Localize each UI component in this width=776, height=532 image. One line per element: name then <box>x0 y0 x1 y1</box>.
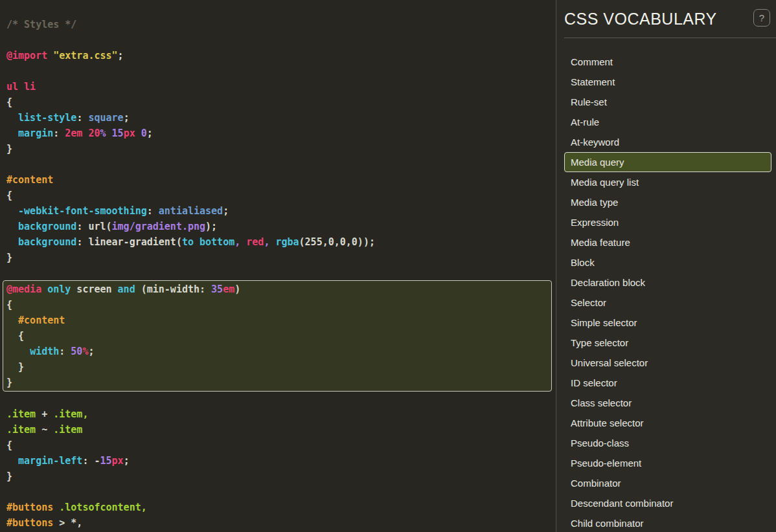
vocab-item-combinator[interactable]: Combinator <box>564 473 771 493</box>
code-token-cyan[interactable]: margin-left <box>18 455 82 467</box>
code-token-plain[interactable] <box>6 315 18 326</box>
code-token-orange[interactable]: #content <box>18 315 65 326</box>
vocab-item-media-type[interactable]: Media type <box>564 192 771 212</box>
code-token-plain[interactable]: ; <box>88 346 94 357</box>
code-token-green[interactable]: .item <box>53 408 82 420</box>
vocab-item-universal-selector[interactable]: Universal selector <box>564 353 771 373</box>
code-token-plain[interactable]: { <box>6 330 24 342</box>
code-token-pink[interactable]: @import <box>6 50 47 61</box>
code-token-pink[interactable]: red <box>246 236 264 248</box>
code-token-plain[interactable] <box>53 502 59 513</box>
code-token-yellow[interactable]: "extra.css" <box>53 50 117 61</box>
vocab-item-statement[interactable]: Statement <box>564 72 771 92</box>
code-token-pink[interactable]: 20 <box>88 127 100 139</box>
code-token-pink[interactable]: @media <box>6 283 41 295</box>
code-token-cyan[interactable]: to bottom <box>182 236 234 248</box>
code-token-cyan[interactable]: background <box>18 236 76 248</box>
code-token-plain[interactable]: : <box>76 112 88 124</box>
code-token-plain[interactable]: { <box>6 439 12 451</box>
code-token-orange[interactable]: #content <box>6 174 53 186</box>
code-token-pink[interactable]: px <box>124 127 135 139</box>
code-token-plain[interactable]: > *, <box>53 517 82 529</box>
vocab-item-media-feature[interactable]: Media feature <box>564 232 771 252</box>
code-token-plain[interactable]: ; <box>223 205 229 217</box>
code-token-cyan[interactable]: -webkit-font-smoothing <box>18 205 147 217</box>
code-token-purple[interactable]: img/gradient.png <box>112 221 206 232</box>
code-token-purple[interactable]: % <box>100 127 106 139</box>
code-token-purple[interactable]: 50 <box>71 346 82 357</box>
help-button[interactable]: ? <box>753 9 770 27</box>
code-token-plain[interactable]: ; <box>118 50 124 61</box>
code-token-blue[interactable]: antialiased <box>159 205 223 217</box>
code-token-plain[interactable]: : <box>147 205 159 217</box>
code-token-cyan[interactable]: width <box>30 346 59 357</box>
code-token-purple[interactable]: 15 <box>100 455 112 467</box>
code-token-comment[interactable]: /* Styles */ <box>6 19 76 30</box>
code-token-plain[interactable] <box>6 112 18 124</box>
vocab-item-attribute-selector[interactable]: Attribute selector <box>564 413 771 433</box>
vocab-item-pseudo-class[interactable]: Pseudo-class <box>564 433 771 453</box>
vocab-item-simple-selector[interactable]: Simple selector <box>564 313 771 333</box>
vocab-item-at-rule[interactable]: At-rule <box>564 112 771 132</box>
code-token-cyan[interactable]: list-style <box>18 112 76 124</box>
code-token-plain[interactable]: : <box>59 346 71 357</box>
vocab-item-expression[interactable]: Expression <box>564 212 771 232</box>
code-token-cyan[interactable]: margin <box>18 127 53 139</box>
code-token-plain[interactable]: } <box>6 377 12 388</box>
code-token-green[interactable]: .item <box>53 424 82 436</box>
vocab-item-descendant-combinator[interactable]: Descendant combinator <box>564 493 771 513</box>
code-token-plain[interactable]: } <box>6 361 24 373</box>
code-token-plain[interactable]: + <box>36 408 53 420</box>
vocab-item-pseudo-element[interactable]: Pseudo-element <box>564 453 771 473</box>
code-token-cyan[interactable]: only <box>47 283 71 295</box>
vocab-item-id-selector[interactable]: ID selector <box>564 373 771 393</box>
code-token-plain[interactable] <box>41 283 47 295</box>
code-token-green[interactable]: .item <box>6 408 36 420</box>
code-token-plain[interactable]: ) <box>234 283 240 295</box>
code-token-plain[interactable] <box>6 346 30 357</box>
code-token-blue[interactable]: square <box>88 112 123 124</box>
code-token-plain[interactable]: screen <box>71 283 117 295</box>
code-token-plain[interactable]: : url( <box>76 221 111 232</box>
vocab-item-class-selector[interactable]: Class selector <box>564 393 771 413</box>
code-token-plain[interactable]: { <box>6 96 12 108</box>
code-token-plain[interactable]: ~ <box>36 424 53 436</box>
code-token-plain[interactable]: { <box>6 299 12 311</box>
vocab-item-rule-set[interactable]: Rule-set <box>564 92 771 112</box>
vocab-item-declaration-block[interactable]: Declaration block <box>564 272 771 293</box>
code-token-orange[interactable]: #buttons <box>6 502 53 513</box>
code-token-pink[interactable]: ul li <box>6 81 36 93</box>
code-token-purple[interactable]: 35 <box>211 283 223 295</box>
code-token-green[interactable]: .lotsofcontent <box>59 502 141 513</box>
vocab-item-media-query[interactable]: Media query <box>564 152 771 172</box>
code-token-pink[interactable]: em <box>223 283 234 295</box>
code-token-plain[interactable]: ; <box>124 112 130 124</box>
code-token-plain[interactable]: ; <box>147 127 153 139</box>
vocab-item-child-combinator[interactable]: Child combinator <box>564 513 771 532</box>
code-token-cyan[interactable]: and <box>118 283 135 295</box>
code-token-plain[interactable]: } <box>6 471 12 482</box>
code-token-cyan[interactable]: background <box>18 221 76 232</box>
code-token-plain[interactable]: ; <box>124 455 130 467</box>
vocab-item-at-keyword[interactable]: At-keyword <box>564 132 771 152</box>
code-token-green[interactable]: , <box>141 502 147 513</box>
code-token-plain[interactable]: } <box>6 252 12 263</box>
code-token-green[interactable]: , <box>82 408 88 420</box>
code-token-plain[interactable]: (255,0,0,0)); <box>299 236 375 248</box>
code-token-plain[interactable] <box>6 205 18 217</box>
code-token-plain[interactable]: : linear-gradient( <box>76 236 182 248</box>
code-token-purple[interactable]: , <box>234 236 240 248</box>
vocab-item-comment[interactable]: Comment <box>564 52 771 72</box>
code-token-purple[interactable]: 15 <box>112 127 124 139</box>
code-token-plain[interactable]: ); <box>205 221 217 232</box>
code-token-green[interactable]: .item <box>6 424 36 436</box>
code-token-plain[interactable]: { <box>6 190 12 201</box>
code-token-plain[interactable]: (min-width: <box>135 283 211 295</box>
code-token-purple[interactable]: 0 <box>141 127 147 139</box>
code-token-plain[interactable] <box>135 127 141 139</box>
code-token-orange[interactable]: #buttons <box>6 517 53 529</box>
code-token-plain[interactable] <box>6 236 18 248</box>
code-token-plain[interactable]: } <box>6 143 12 155</box>
code-token-plain[interactable]: : - <box>82 455 100 467</box>
code-token-plain[interactable]: : <box>53 127 65 139</box>
